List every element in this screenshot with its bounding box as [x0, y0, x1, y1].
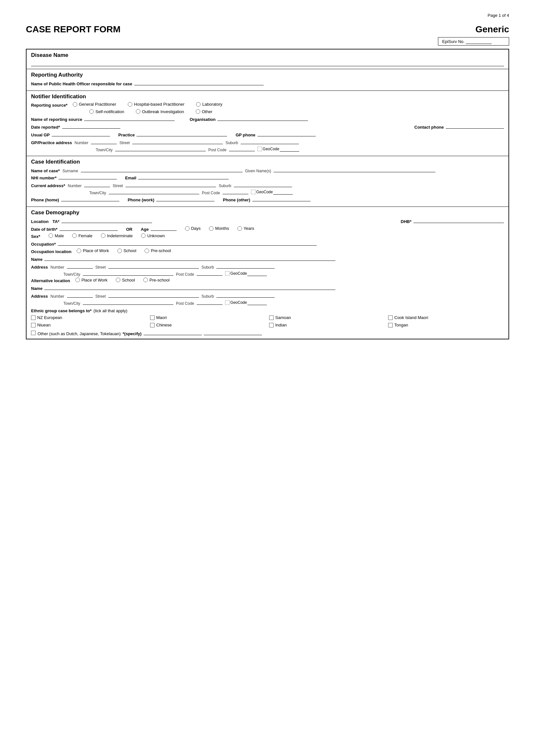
age-input[interactable] — [151, 226, 177, 231]
radio-place-of-work[interactable] — [77, 249, 81, 253]
case-name-row: Name of case* Surname Given Name(s) — [31, 167, 504, 173]
occ-street-input[interactable] — [108, 263, 199, 269]
alt-number-input[interactable] — [67, 292, 93, 298]
checkbox-nz-european[interactable] — [31, 315, 36, 320]
episurv-value[interactable] — [466, 39, 492, 44]
gp-street-input[interactable] — [132, 139, 223, 144]
indian-label: Indian — [275, 323, 287, 327]
radio-alt-place-of-work[interactable] — [75, 278, 80, 282]
ta-input[interactable] — [62, 218, 152, 223]
dhb-input[interactable] — [413, 218, 504, 223]
practice-input[interactable] — [136, 131, 227, 136]
curr-geocode-group: GeoCode — [251, 189, 293, 195]
months-label: Months — [215, 226, 229, 231]
alt-town-input[interactable] — [83, 300, 173, 305]
usual-gp-input[interactable] — [52, 131, 110, 136]
gp-geocode-checkbox[interactable] — [258, 147, 262, 151]
radio-years[interactable] — [238, 226, 242, 231]
gp-geocode-input[interactable] — [280, 147, 299, 151]
episurv-box: EpiSurv No. — [438, 37, 509, 45]
phone-other-input[interactable] — [252, 196, 311, 202]
checkbox-tongan[interactable] — [388, 323, 393, 327]
ethnic-niuean: Niuean — [31, 323, 147, 327]
occ-town-input[interactable] — [83, 271, 173, 276]
radio-indeterminate[interactable] — [101, 233, 105, 238]
occupation-input[interactable] — [58, 240, 317, 246]
occ-suburb-input[interactable] — [216, 263, 275, 269]
alt-geocode-checkbox[interactable] — [225, 300, 230, 305]
alt-street-input[interactable] — [108, 292, 199, 298]
gp-street-label: Street — [119, 141, 130, 145]
radio-alt-school[interactable] — [116, 278, 120, 282]
surname-input[interactable] — [81, 167, 242, 172]
specify-input2[interactable] — [204, 330, 262, 335]
given-names-input[interactable] — [274, 167, 436, 172]
occ-postcode-input[interactable] — [197, 271, 223, 276]
checkbox-indian[interactable] — [269, 323, 274, 327]
radio-laboratory[interactable] — [196, 102, 201, 107]
checkbox-samoan[interactable] — [269, 315, 274, 320]
notifier-section: Notifier Identification Reporting source… — [27, 91, 508, 156]
occ-location-row: Occupation location Place of Work School… — [31, 248, 504, 254]
radio-self-notification[interactable] — [89, 109, 94, 114]
alt-name-input[interactable] — [44, 285, 335, 290]
contact-phone-label: Contact phone — [414, 125, 444, 130]
radio-alt-pre-school[interactable] — [143, 278, 148, 282]
occ-address-label: Address — [31, 265, 48, 270]
occ-geocode-checkbox[interactable] — [225, 271, 230, 276]
radio-pre-school[interactable] — [145, 249, 149, 253]
name-of-reporting-source-input[interactable] — [84, 116, 175, 121]
curr-geocode-input[interactable] — [273, 189, 293, 195]
date-reported-input[interactable] — [62, 123, 120, 129]
sex-label: Sex* — [31, 234, 40, 239]
radio-other[interactable] — [196, 109, 200, 114]
checkbox-cook-island[interactable] — [388, 315, 393, 320]
curr-postcode-input[interactable] — [223, 189, 248, 194]
gp-geocode-group: GeoCode — [258, 147, 299, 151]
radio-male[interactable] — [48, 233, 53, 238]
occ-number-input[interactable] — [67, 263, 93, 269]
phone-home-input[interactable] — [61, 196, 119, 202]
radio-school[interactable] — [117, 249, 122, 253]
gp-town-input[interactable] — [115, 146, 206, 151]
contact-phone-input[interactable] — [446, 123, 504, 129]
curr-geocode-checkbox[interactable] — [251, 190, 256, 194]
gp-suburb-input[interactable] — [241, 139, 299, 144]
radio-unknown[interactable] — [141, 233, 146, 238]
checkbox-maori[interactable] — [150, 315, 155, 320]
checkbox-other-ethnic[interactable] — [31, 331, 36, 335]
curr-suburb-input[interactable] — [234, 182, 292, 187]
occ-name-input[interactable] — [44, 256, 335, 261]
phofficer-input[interactable] — [134, 80, 264, 85]
main-form: Disease Name Reporting Authority Name of… — [26, 49, 509, 339]
organisation-input[interactable] — [217, 116, 308, 121]
gp-number-input[interactable] — [91, 139, 117, 144]
curr-number-input[interactable] — [84, 182, 110, 187]
curr-street-input[interactable] — [126, 182, 216, 187]
indeterminate-label: Indeterminate — [107, 233, 133, 238]
radio-female[interactable] — [72, 233, 77, 238]
radio-months[interactable] — [209, 226, 213, 231]
occ-geocode-input[interactable] — [247, 271, 267, 276]
checkbox-niuean[interactable] — [31, 323, 36, 327]
phone-work-input[interactable] — [156, 196, 214, 202]
radio-hospital-practitioner[interactable] — [128, 102, 132, 107]
gp-postcode-input[interactable] — [229, 146, 255, 151]
usual-gp-label: Usual GP — [31, 132, 50, 137]
ethnic-header-row: Ethnic group case belongs to* (tick all … — [31, 308, 504, 313]
reporting-authority-section: Reporting Authority Name of Public Healt… — [27, 69, 508, 91]
checkbox-chinese[interactable] — [150, 323, 155, 327]
dob-input[interactable] — [60, 226, 118, 231]
radio-outbreak[interactable] — [136, 109, 140, 114]
curr-town-input[interactable] — [109, 189, 199, 194]
radio-general-practitioner[interactable] — [73, 102, 77, 107]
nhi-input[interactable] — [59, 174, 117, 179]
alt-suburb-input[interactable] — [216, 292, 275, 298]
email-input[interactable] — [138, 174, 229, 179]
specify-input1[interactable] — [144, 330, 202, 335]
radio-days[interactable] — [185, 226, 189, 231]
alt-geocode-input[interactable] — [247, 300, 267, 305]
gp-phone-input[interactable] — [258, 131, 316, 136]
alt-postcode-input[interactable] — [197, 300, 223, 305]
dob-label: Date of birth* — [31, 227, 58, 232]
